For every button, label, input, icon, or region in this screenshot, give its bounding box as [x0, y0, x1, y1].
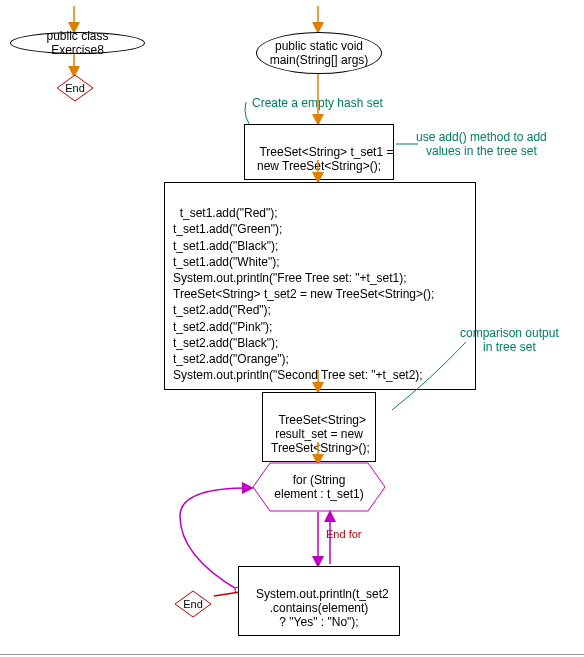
loop-hexagon: for (String element : t_set1): [252, 462, 386, 512]
loop-end-label: End for: [326, 528, 361, 540]
stmt-new-treeset1-text: TreeSet<String> t_set1 = new TreeSet<Str…: [257, 145, 393, 173]
end-label-left: End: [65, 82, 85, 94]
end-label-main: End: [183, 598, 203, 610]
stmt-println-contains: System.out.println(t_set2 .contains(elem…: [238, 566, 400, 636]
border-line: [0, 654, 584, 655]
stmt-result-set-text: TreeSet<String> result_set = new TreeSet…: [271, 413, 370, 455]
stmt-println-text: System.out.println(t_set2 .contains(elem…: [256, 587, 389, 629]
svg-line-13: [214, 592, 240, 596]
end-diamond-left: End: [56, 74, 94, 102]
stmt-new-treeset1: TreeSet<String> t_set1 = new TreeSet<Str…: [244, 124, 394, 180]
loop-header-text: for (String element : t_set1): [274, 473, 363, 501]
method-declaration: public static void main(String[] args): [256, 32, 382, 74]
annotation-comparison: comparison output in tree set: [460, 326, 559, 354]
class-declaration-text: public class Exercise8: [19, 29, 136, 57]
stmt-block-text: t_set1.add("Red"); t_set1.add("Green"); …: [173, 206, 434, 382]
annotation-create-empty: Create a empty hash set: [252, 96, 383, 110]
method-declaration-text: public static void main(String[] args): [270, 39, 369, 67]
stmt-block: t_set1.add("Red"); t_set1.add("Green"); …: [164, 182, 476, 390]
class-declaration: public class Exercise8: [10, 32, 145, 54]
annotation-add-method: use add() method to add values in the tr…: [416, 130, 547, 158]
end-diamond-main: End: [174, 590, 212, 618]
stmt-result-set: TreeSet<String> result_set = new TreeSet…: [262, 392, 376, 462]
